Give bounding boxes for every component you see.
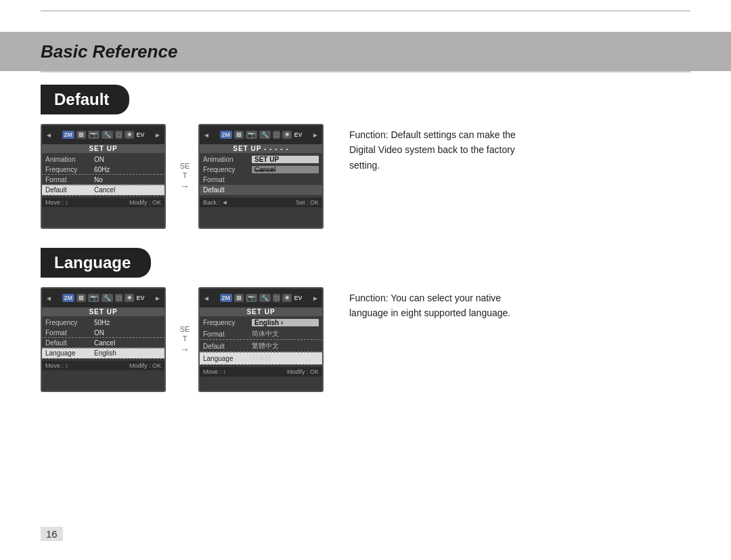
- cam-row-default-r2: Default 繁體中文: [200, 340, 322, 352]
- language-description: Function: You can select your native lan…: [349, 287, 539, 321]
- cam-icon-2m: 2M: [62, 131, 75, 139]
- arrow-se: SE: [180, 162, 190, 170]
- cam-back-r1: Back : ◄ Set : OK: [200, 198, 322, 207]
- cam-row-animation-1: Animation ON: [42, 154, 164, 165]
- cam-row-format-1: Format No: [42, 175, 164, 185]
- cam-icon-sq: □: [115, 131, 123, 139]
- setup-label-r1: SET UP - - - - -: [200, 144, 322, 153]
- cam-icon-cam-r2: 📷: [246, 294, 257, 302]
- language-content-row: ◄ 2M ⊞ 📷 🔧 □ ☀ EV ► SET UP Frequency 50H…: [41, 287, 731, 392]
- default-section-header: Default: [41, 85, 129, 114]
- setup-label-2: SET UP: [42, 307, 164, 316]
- header-title: Basic Reference: [41, 41, 177, 62]
- cam-top-bar-right-1: ◄ 2M ⊞ 📷 🔧 □ ☀ EV ►: [200, 125, 322, 144]
- default-cam-right: ◄ 2M ⊞ 📷 🔧 □ ☀ EV ► SET UP - - - - - Ani…: [198, 124, 324, 229]
- language-section-header: Language: [41, 248, 151, 278]
- cam-icon-ev: EV: [136, 131, 144, 138]
- cam-menu-r1: Animation SET UP Frequency Cancel Format…: [200, 153, 322, 196]
- language-cam-left: ◄ 2M ⊞ 📷 🔧 □ ☀ EV ► SET UP Frequency 50H…: [41, 287, 166, 392]
- arrow-t: T: [183, 171, 187, 179]
- cam-menu-r2: Frequency English › Format 简体中文 Default …: [200, 316, 322, 366]
- cam-row-format-r2: Format 简体中文: [200, 328, 322, 340]
- cam-icons-r1: 2M ⊞ 📷 🔧 □ ☀ EV: [220, 131, 303, 139]
- cam-row-format-2: Format ON: [42, 328, 164, 338]
- page-number: 16: [41, 527, 63, 541]
- cam-row-default-2: Default Cancel: [42, 338, 164, 348]
- header-bar: Basic Reference: [0, 32, 731, 71]
- cam-icon-sq-r1: □: [273, 131, 280, 139]
- cam-icon-sun: ☀: [125, 131, 134, 139]
- cam-icon-ev-r2: EV: [294, 295, 302, 301]
- left-tri-2: ◄: [45, 295, 52, 302]
- language-cam-right: ◄ 2M ⊞ 📷 🔧 □ ☀ EV ► SET UP Frequency Eng…: [198, 287, 324, 392]
- setup-label-1: SET UP: [42, 144, 164, 153]
- cam-icon-sq-r2: □: [273, 294, 280, 302]
- cam-top-bar-right-2: ◄ 2M ⊞ 📷 🔧 □ ☀ EV ►: [200, 288, 322, 307]
- arrow-2: SE T →: [171, 287, 198, 392]
- cam-icon-cam: 📷: [88, 131, 99, 139]
- cam-icon-ev-2: EV: [136, 295, 144, 301]
- cam-top-bar-left-2: ◄ 2M ⊞ 📷 🔧 □ ☀ EV ►: [42, 288, 164, 307]
- cam-icon-wrench-r1: 🔧: [259, 131, 271, 139]
- cam-icon-sun-r1: ☀: [282, 131, 292, 139]
- default-description: Function: Default settings can make the …: [349, 124, 539, 173]
- cam-icon-wrench-2: 🔧: [102, 294, 113, 302]
- cam-icon-2m-2: 2M: [62, 294, 75, 302]
- cam-bottom-2: Move : ↕ Modify : OK: [42, 361, 164, 370]
- cam-row-animation-r1: Animation SET UP: [200, 154, 322, 165]
- cam-menu-2: Frequency 50Hz Format ON Default Cancel …: [42, 316, 164, 360]
- cam-icon-grid-2: ⊞: [76, 294, 86, 302]
- cam-icon-wrench: 🔧: [102, 131, 113, 139]
- cam-row-freq-2: Frequency 50Hz: [42, 318, 164, 328]
- cam-row-freq-1: Frequency 60Hz: [42, 165, 164, 175]
- arrow-se-2: SE: [180, 325, 190, 333]
- cam-icons-1: 2M ⊞ 📷 🔧 □ ☀ EV: [62, 131, 145, 139]
- cam-top-bar-left-1: ◄ 2M ⊞ 📷 🔧 □ ☀ EV ►: [42, 125, 164, 144]
- arrow-1: SE T →: [171, 124, 198, 229]
- right-tri-r1: ►: [312, 131, 319, 139]
- default-content-row: ◄ 2M ⊞ 📷 🔧 □ ☀ EV ► SET UP Animation ON …: [41, 124, 731, 229]
- cam-menu-1: Animation ON Frequency 60Hz Format No De…: [42, 153, 164, 196]
- cam-icon-grid-r2: ⊞: [234, 294, 244, 302]
- right-tri-r2: ►: [312, 295, 319, 302]
- cam-row-format-r1: Format: [200, 175, 322, 185]
- arrow-t-2: T: [183, 335, 187, 343]
- left-tri-r2: ◄: [203, 295, 210, 302]
- cam-icon-sun-2: ☀: [125, 294, 134, 302]
- setup-label-r2: SET UP: [200, 307, 322, 316]
- cam-icon-grid: ⊞: [76, 131, 86, 139]
- cam-row-language-2: Language English: [42, 348, 164, 358]
- cam-bottom-1: Move : ↕ Modify : OK: [42, 198, 164, 207]
- arrow-right-1: →: [180, 181, 190, 192]
- left-tri-r1: ◄: [203, 131, 210, 139]
- cam-row-freq-r2: Frequency English ›: [200, 318, 322, 328]
- cam-row-language-r2: Language 日本語: [200, 352, 322, 364]
- header-bottom-line: [41, 71, 690, 72]
- cam-icon-sq-2: □: [115, 294, 123, 302]
- default-section-label: Default: [54, 90, 109, 108]
- cam-icon-sun-r2: ☀: [282, 294, 292, 302]
- cam-icon-cam-2: 📷: [88, 294, 99, 302]
- cam-icon-wrench-r2: 🔧: [259, 294, 271, 302]
- cam-icons-2: 2M ⊞ 📷 🔧 □ ☀ EV: [62, 294, 145, 302]
- right-tri-2: ►: [154, 295, 161, 302]
- language-section-label: Language: [54, 253, 131, 272]
- cam-icons-r2: 2M ⊞ 📷 🔧 □ ☀ EV: [220, 294, 303, 302]
- left-tri-1: ◄: [45, 131, 52, 139]
- cam-icon-grid-r1: ⊞: [234, 131, 244, 139]
- top-line: [41, 10, 690, 12]
- cam-icon-cam-r1: 📷: [246, 131, 257, 139]
- cam-bottom-r2: Move : ↕ Modify : OK: [200, 367, 322, 376]
- cam-icon-2m-r1: 2M: [220, 131, 233, 139]
- arrow-right-2: →: [180, 344, 190, 355]
- default-cam-left: ◄ 2M ⊞ 📷 🔧 □ ☀ EV ► SET UP Animation ON …: [41, 124, 166, 229]
- cam-icon-2m-r2: 2M: [220, 294, 233, 302]
- right-tri-1: ►: [154, 131, 161, 139]
- cam-icon-ev-r1: EV: [294, 131, 302, 138]
- cam-row-default-r1: Default: [200, 185, 322, 195]
- cam-row-freq-r1: Frequency Cancel: [200, 165, 322, 175]
- cam-row-default-1: Default Cancel: [42, 185, 164, 195]
